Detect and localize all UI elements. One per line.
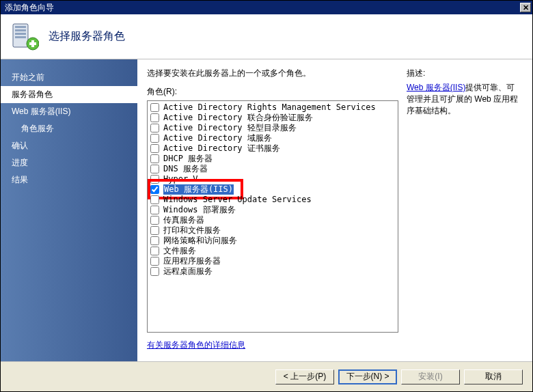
role-checkbox[interactable] [150,267,159,276]
role-label: Active Directory 域服务 [163,133,272,143]
sidebar-item-6[interactable]: 结果 [1,171,137,188]
sidebar-item-3[interactable]: 角色服务 [1,120,137,137]
role-row[interactable]: Active Directory 域服务 [150,133,395,143]
role-checkbox[interactable] [150,154,159,163]
prev-button[interactable]: < 上一步(P) [275,369,334,384]
server-role-icon [10,23,39,51]
svg-rect-4 [15,36,26,38]
main-pane: 选择要安装在此服务器上的一个或多个角色。 角色(R): Active Direc… [137,59,532,361]
role-checkbox[interactable] [150,195,159,204]
role-checkbox[interactable] [150,206,159,214]
role-row[interactable]: 网络策略和访问服务 [150,236,395,246]
role-label: Windows Server Update Services [163,195,312,205]
role-checkbox[interactable] [150,175,159,184]
role-row[interactable]: Active Directory 轻型目录服务 [150,123,395,133]
footer: < 上一步(P) 下一步(N) > 安装(I) 取消 [1,361,532,391]
role-checkbox[interactable] [150,113,159,122]
role-label: Active Directory 证书服务 [163,143,280,154]
roles-label: 角色(R): [147,86,398,98]
role-label: Web 服务器(IIS) [163,184,234,195]
role-label: Hyper-V [163,174,198,184]
sidebar-item-5[interactable]: 进度 [1,154,137,171]
role-row[interactable]: Windows 部署服务 [150,205,395,215]
header: 选择服务器角色 [1,14,532,59]
more-info-link[interactable]: 有关服务器角色的详细信息 [147,339,398,351]
role-checkbox[interactable] [150,257,159,266]
roles-listbox[interactable]: Active Directory Rights Management Servi… [147,100,398,333]
role-row[interactable]: Active Directory 联合身份验证服务 [150,113,395,123]
role-checkbox[interactable] [150,165,159,173]
role-label: Active Directory Rights Management Servi… [163,102,376,113]
role-checkbox[interactable] [150,247,159,255]
sidebar-item-0[interactable]: 开始之前 [1,69,137,86]
body: 开始之前服务器角色Web 服务器(IIS)角色服务确认进度结果 选择要安装在此服… [1,59,532,361]
center-pane: 选择要安装在此服务器上的一个或多个角色。 角色(R): Active Direc… [147,68,398,356]
description-link[interactable]: Web 服务器(IIS) [407,83,465,92]
instruction-text: 选择要安装在此服务器上的一个或多个角色。 [147,68,398,79]
role-label: Active Directory 联合身份验证服务 [163,113,313,123]
role-label: 传真服务器 [163,215,204,225]
role-row[interactable]: 应用程序服务器 [150,256,395,266]
role-label: 打印和文件服务 [163,225,221,236]
role-label: 文件服务 [163,246,196,256]
description-label: 描述: [407,68,523,79]
role-row[interactable]: 文件服务 [150,246,395,256]
sidebar-item-2[interactable]: Web 服务器(IIS) [1,103,137,120]
role-row[interactable]: 远程桌面服务 [150,266,395,277]
role-row[interactable]: DNS 服务器 [150,164,395,174]
page-title: 选择服务器角色 [49,29,125,44]
role-row[interactable]: Active Directory 证书服务 [150,143,395,154]
description-body: Web 服务器(IIS)提供可靠、可管理并且可扩展的 Web 应用程序基础结构。 [407,82,523,116]
wizard-window: 添加角色向导 ✕ 选择服务器角色 开始之前服务器角色Web 服务器(IIS)角色… [0,0,533,392]
role-checkbox[interactable] [150,134,159,143]
svg-rect-3 [15,33,26,35]
sidebar-item-1[interactable]: 服务器角色 [1,86,137,103]
sidebar: 开始之前服务器角色Web 服务器(IIS)角色服务确认进度结果 [1,59,137,361]
role-row[interactable]: DHCP 服务器 [150,154,395,164]
close-button[interactable]: ✕ [520,3,531,12]
role-checkbox[interactable] [150,236,159,245]
cancel-button[interactable]: 取消 [464,369,523,384]
window-title: 添加角色向导 [5,2,54,14]
install-button: 安装(I) [401,369,460,384]
description-pane: 描述: Web 服务器(IIS)提供可靠、可管理并且可扩展的 Web 应用程序基… [407,68,523,356]
svg-rect-2 [15,29,26,31]
role-label: Windows 部署服务 [163,205,236,215]
role-checkbox[interactable] [150,144,159,153]
next-button[interactable]: 下一步(N) > [338,369,397,384]
sidebar-item-4[interactable]: 确认 [1,137,137,154]
role-row[interactable]: Web 服务器(IIS) [150,184,395,195]
svg-rect-1 [15,26,26,28]
role-checkbox[interactable] [150,124,159,132]
role-label: DHCP 服务器 [163,154,213,164]
role-row[interactable]: Hyper-V [150,174,395,184]
role-row[interactable]: 传真服务器 [150,215,395,225]
role-label: 网络策略和访问服务 [163,236,237,246]
role-row[interactable]: Windows Server Update Services [150,195,395,205]
titlebar: 添加角色向导 ✕ [1,1,532,14]
svg-rect-7 [29,42,36,45]
role-checkbox[interactable] [150,103,159,112]
role-label: DNS 服务器 [163,164,208,174]
role-label: 远程桌面服务 [163,266,213,277]
role-label: 应用程序服务器 [163,256,221,266]
role-row[interactable]: Active Directory Rights Management Servi… [150,102,395,113]
role-checkbox[interactable] [150,226,159,235]
role-label: Active Directory 轻型目录服务 [163,123,297,133]
role-row[interactable]: 打印和文件服务 [150,225,395,236]
role-checkbox[interactable] [150,185,159,194]
role-checkbox[interactable] [150,216,159,225]
